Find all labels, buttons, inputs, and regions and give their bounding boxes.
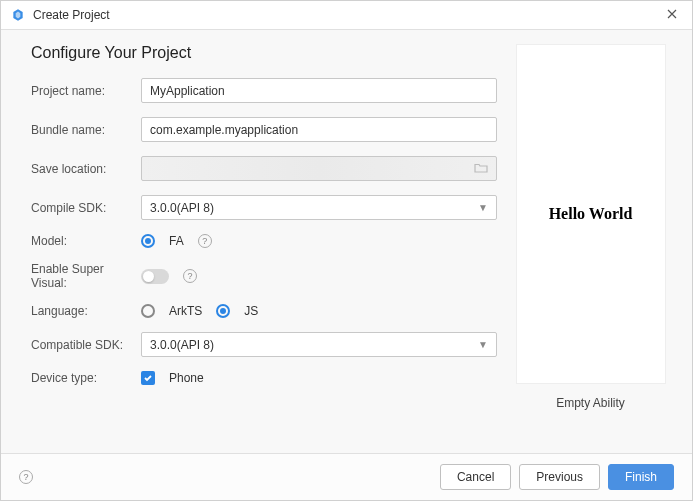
super-visual-toggle[interactable] bbox=[141, 269, 169, 284]
row-project-name: Project name: bbox=[31, 78, 497, 103]
chevron-down-icon: ▼ bbox=[478, 202, 488, 213]
language-js-radio[interactable] bbox=[216, 304, 230, 318]
row-bundle-name: Bundle name: bbox=[31, 117, 497, 142]
check-icon bbox=[143, 373, 153, 383]
previous-button[interactable]: Previous bbox=[519, 464, 600, 490]
dialog-content: Configure Your Project Project name: Bun… bbox=[1, 30, 692, 453]
preview-box: Hello World bbox=[516, 44, 666, 384]
bundle-name-input[interactable] bbox=[141, 117, 497, 142]
model-fa-label: FA bbox=[169, 234, 184, 248]
close-button[interactable] bbox=[662, 7, 682, 23]
footer-help-icon[interactable]: ? bbox=[19, 470, 33, 484]
create-project-dialog: Create Project Configure Your Project Pr… bbox=[0, 0, 693, 501]
label-compile-sdk: Compile SDK: bbox=[31, 201, 141, 215]
label-language: Language: bbox=[31, 304, 141, 318]
label-super-visual: Enable Super Visual: bbox=[31, 262, 141, 290]
app-logo-icon bbox=[11, 8, 25, 22]
row-compatible-sdk: Compatible SDK: 3.0.0(API 8) ▼ bbox=[31, 332, 497, 357]
language-arkts-radio[interactable] bbox=[141, 304, 155, 318]
finish-button[interactable]: Finish bbox=[608, 464, 674, 490]
label-device-type: Device type: bbox=[31, 371, 141, 385]
compatible-sdk-value: 3.0.0(API 8) bbox=[150, 338, 214, 352]
label-project-name: Project name: bbox=[31, 84, 141, 98]
folder-icon[interactable] bbox=[474, 161, 488, 176]
help-icon[interactable]: ? bbox=[183, 269, 197, 283]
row-model: Model: FA ? bbox=[31, 234, 497, 248]
titlebar: Create Project bbox=[1, 1, 692, 30]
label-compatible-sdk: Compatible SDK: bbox=[31, 338, 141, 352]
device-phone-label: Phone bbox=[169, 371, 204, 385]
preview-column: Hello World Empty Ability bbox=[513, 44, 668, 443]
row-language: Language: ArkTS JS bbox=[31, 304, 497, 318]
save-location-input[interactable] bbox=[141, 156, 497, 181]
row-device-type: Device type: Phone bbox=[31, 371, 497, 385]
page-heading: Configure Your Project bbox=[31, 44, 497, 62]
help-icon[interactable]: ? bbox=[198, 234, 212, 248]
device-phone-checkbox[interactable] bbox=[141, 371, 155, 385]
chevron-down-icon: ▼ bbox=[478, 339, 488, 350]
preview-text: Hello World bbox=[549, 205, 633, 223]
compile-sdk-select[interactable]: 3.0.0(API 8) ▼ bbox=[141, 195, 497, 220]
cancel-button[interactable]: Cancel bbox=[440, 464, 511, 490]
preview-caption: Empty Ability bbox=[556, 396, 625, 410]
model-fa-radio[interactable] bbox=[141, 234, 155, 248]
label-model: Model: bbox=[31, 234, 141, 248]
label-save-location: Save location: bbox=[31, 162, 141, 176]
project-name-input[interactable] bbox=[141, 78, 497, 103]
dialog-footer: ? Cancel Previous Finish bbox=[1, 453, 692, 500]
language-arkts-label: ArkTS bbox=[169, 304, 202, 318]
form-column: Configure Your Project Project name: Bun… bbox=[31, 44, 497, 443]
row-save-location: Save location: bbox=[31, 156, 497, 181]
dialog-title: Create Project bbox=[33, 8, 110, 22]
row-compile-sdk: Compile SDK: 3.0.0(API 8) ▼ bbox=[31, 195, 497, 220]
compile-sdk-value: 3.0.0(API 8) bbox=[150, 201, 214, 215]
compatible-sdk-select[interactable]: 3.0.0(API 8) ▼ bbox=[141, 332, 497, 357]
row-enable-super-visual: Enable Super Visual: ? bbox=[31, 262, 497, 290]
label-bundle-name: Bundle name: bbox=[31, 123, 141, 137]
close-icon bbox=[666, 8, 678, 20]
language-js-label: JS bbox=[244, 304, 258, 318]
